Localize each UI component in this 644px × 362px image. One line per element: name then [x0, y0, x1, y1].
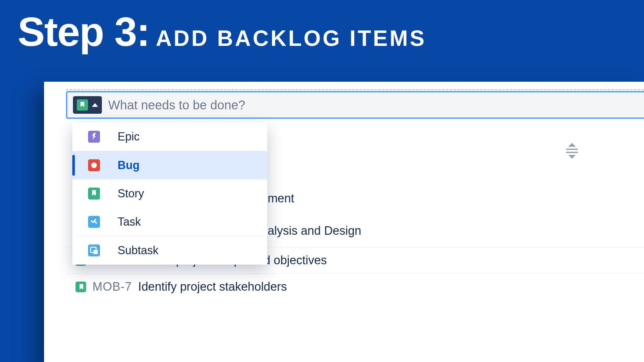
epic-icon — [88, 131, 100, 143]
backlog-row[interactable]: MOB-7 Identify project stakeholders — [66, 273, 644, 300]
create-issue-row[interactable] — [66, 91, 644, 119]
dropdown-label: Bug — [118, 159, 140, 172]
dropdown-label: Subtask — [118, 244, 158, 257]
story-icon — [75, 282, 86, 292]
step-subtitle: ADD BACKLOG ITEMS — [156, 27, 426, 49]
issue-type-dropdown: Epic Bug Story Task Subtask — [72, 123, 267, 265]
dropdown-label: Epic — [118, 130, 140, 143]
chevron-up-icon — [92, 103, 98, 107]
issue-type-selector[interactable] — [73, 96, 102, 114]
step-number: Step 3: — [18, 11, 149, 52]
issue-key: MOB-7 — [92, 280, 132, 293]
dropdown-item-task[interactable]: Task — [72, 208, 267, 236]
dropdown-item-story[interactable]: Story — [72, 179, 267, 208]
dropdown-label: Task — [118, 215, 141, 228]
story-icon — [88, 188, 100, 200]
subtask-icon — [88, 244, 100, 256]
task-icon — [88, 216, 100, 228]
issue-title: Identify project stakeholders — [138, 280, 287, 293]
chevron-down-icon — [568, 155, 576, 159]
dropdown-item-epic[interactable]: Epic — [72, 123, 267, 151]
dropdown-label: Story — [118, 187, 144, 200]
handle-line — [566, 149, 578, 150]
handle-line — [566, 152, 578, 153]
resize-handle[interactable] — [566, 143, 578, 159]
story-icon — [77, 99, 88, 111]
dropdown-item-subtask[interactable]: Subtask — [72, 236, 267, 265]
chevron-up-icon — [568, 143, 576, 147]
issue-summary-input[interactable] — [108, 98, 638, 112]
app-panel: Epic Bug Story Task Subtask ement nalysi… — [44, 82, 644, 362]
bug-icon — [88, 159, 100, 171]
slide-title: Step 3: ADD BACKLOG ITEMS — [18, 11, 426, 52]
dropdown-item-bug[interactable]: Bug — [72, 151, 267, 179]
